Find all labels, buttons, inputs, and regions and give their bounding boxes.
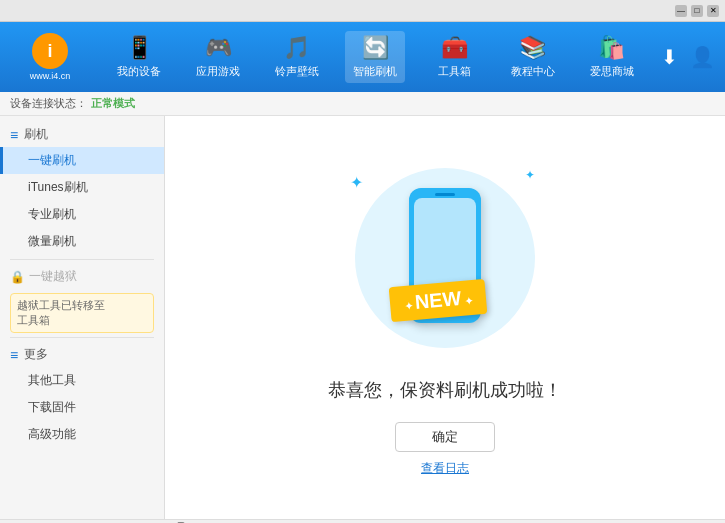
view-log-link[interactable]: 查看日志	[421, 460, 469, 477]
other-tools-label: 其他工具	[28, 373, 76, 387]
locked-label: 一键越狱	[29, 268, 77, 285]
connection-label: 设备连接状态：	[10, 96, 87, 111]
sidebar: ≡ 刷机 一键刷机 iTunes刷机 专业刷机 微量刷机 🔒 一键越狱 越狱工具…	[0, 116, 165, 519]
mall-icon: 🛍️	[598, 35, 625, 61]
tutorial-icon: 📚	[519, 35, 546, 61]
nav-toolbox[interactable]: 🧰 工具箱	[424, 31, 484, 83]
pro-flash-label: 专业刷机	[28, 207, 76, 221]
nav-smart-flash[interactable]: 🔄 智能刷机	[345, 31, 405, 83]
itunes-flash-label: iTunes刷机	[28, 180, 88, 194]
sparkle-tr-icon: ✦	[525, 168, 535, 182]
sidebar-item-micro-flash[interactable]: 微量刷机	[0, 228, 164, 255]
status-bar: ✓ 自动推送 ✓ 跳过向导 📱 iPhone 12 mini 64GB Down…	[0, 519, 725, 523]
content-area: NEW ✦ ✦ 恭喜您，保资料刷机成功啦！ 确定 查看日志	[165, 116, 725, 519]
one-click-flash-label: 一键刷机	[28, 153, 76, 167]
header: i www.i4.cn 📱 我的设备 🎮 应用游戏 🎵 铃声壁纸 🔄 智能刷机 …	[0, 22, 725, 92]
phone-illustration: NEW ✦ ✦	[345, 158, 545, 358]
sidebar-item-advanced[interactable]: 高级功能	[0, 421, 164, 448]
sidebar-item-one-click-flash[interactable]: 一键刷机	[0, 147, 164, 174]
minimize-button[interactable]: —	[675, 5, 687, 17]
sidebar-flash-header: ≡ 刷机	[0, 122, 164, 147]
nav-tutorial[interactable]: 📚 教程中心	[503, 31, 563, 83]
smart-flash-icon: 🔄	[362, 35, 389, 61]
nav-mall-label: 爱思商城	[590, 64, 634, 79]
logo-subtitle: www.i4.cn	[30, 71, 71, 81]
sidebar-divider-2	[10, 337, 154, 338]
sidebar-more-header: ≡ 更多	[0, 342, 164, 367]
sidebar-item-download-firmware[interactable]: 下载固件	[0, 394, 164, 421]
advanced-label: 高级功能	[28, 427, 76, 441]
sidebar-item-other-tools[interactable]: 其他工具	[0, 367, 164, 394]
nav-ringtones-label: 铃声壁纸	[275, 64, 319, 79]
confirm-button[interactable]: 确定	[395, 422, 495, 452]
main-area: ≡ 刷机 一键刷机 iTunes刷机 专业刷机 微量刷机 🔒 一键越狱 越狱工具…	[0, 116, 725, 519]
info-box-text: 越狱工具已转移至工具箱	[17, 299, 105, 326]
window-chrome: — □ ✕	[0, 0, 725, 22]
nav-tutorial-label: 教程中心	[511, 64, 555, 79]
my-device-icon: 📱	[126, 35, 153, 61]
nav-toolbox-label: 工具箱	[438, 64, 471, 79]
nav-apps-games-label: 应用游戏	[196, 64, 240, 79]
success-message: 恭喜您，保资料刷机成功啦！	[328, 378, 562, 402]
connection-status-bar: 设备连接状态： 正常模式	[0, 92, 725, 116]
micro-flash-label: 微量刷机	[28, 234, 76, 248]
nav-my-device[interactable]: 📱 我的设备	[109, 31, 169, 83]
nav-bar: 📱 我的设备 🎮 应用游戏 🎵 铃声壁纸 🔄 智能刷机 🧰 工具箱 📚 教程中心…	[100, 31, 651, 83]
apps-games-icon: 🎮	[205, 35, 232, 61]
ringtones-icon: 🎵	[283, 35, 310, 61]
sidebar-item-pro-flash[interactable]: 专业刷机	[0, 201, 164, 228]
sidebar-item-itunes-flash[interactable]: iTunes刷机	[0, 174, 164, 201]
logo-icon: i	[32, 33, 68, 69]
header-right: ⬇ 👤	[661, 45, 715, 69]
nav-mall[interactable]: 🛍️ 爱思商城	[582, 31, 642, 83]
maximize-button[interactable]: □	[691, 5, 703, 17]
sparkle-tl-icon: ✦	[350, 173, 363, 192]
flash-section-icon: ≡	[10, 127, 18, 143]
toolbox-icon: 🧰	[441, 35, 468, 61]
more-section-icon: ≡	[10, 347, 18, 363]
sidebar-info-box: 越狱工具已转移至工具箱	[10, 293, 154, 333]
download-button[interactable]: ⬇	[661, 45, 678, 69]
phone-body-wrapper: NEW	[400, 188, 490, 338]
phone-speaker	[435, 193, 455, 196]
nav-apps-games[interactable]: 🎮 应用游戏	[188, 31, 248, 83]
sidebar-divider-1	[10, 259, 154, 260]
sidebar-more-label: 更多	[24, 346, 48, 363]
nav-ringtones[interactable]: 🎵 铃声壁纸	[267, 31, 327, 83]
sidebar-locked-jailbreak: 🔒 一键越狱	[0, 264, 164, 289]
download-firmware-label: 下载固件	[28, 400, 76, 414]
nav-my-device-label: 我的设备	[117, 64, 161, 79]
close-button[interactable]: ✕	[707, 5, 719, 17]
sidebar-flash-label: 刷机	[24, 126, 48, 143]
nav-smart-flash-label: 智能刷机	[353, 64, 397, 79]
account-button[interactable]: 👤	[690, 45, 715, 69]
connection-status-value: 正常模式	[91, 96, 135, 111]
logo: i www.i4.cn	[10, 33, 90, 81]
lock-icon: 🔒	[10, 270, 25, 284]
